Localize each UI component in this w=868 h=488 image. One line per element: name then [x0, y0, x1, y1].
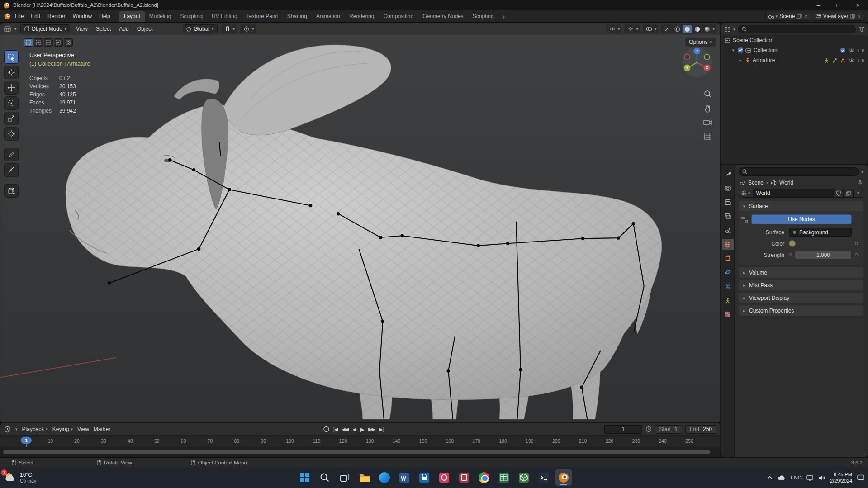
- fake-user-shield-icon[interactable]: [834, 189, 844, 198]
- cursor-tool[interactable]: [4, 66, 19, 79]
- current-frame-field[interactable]: 1: [604, 425, 642, 434]
- excel-icon[interactable]: [496, 469, 512, 486]
- tab-sculpting[interactable]: Sculpting: [176, 11, 207, 22]
- chevron-down-icon[interactable]: ▾: [14, 27, 17, 31]
- animate-decorator-icon[interactable]: [855, 242, 858, 245]
- clock-widget[interactable]: 6:45 PM 2/29/2024: [830, 471, 852, 484]
- minimize-button[interactable]: –: [808, 0, 828, 10]
- tab-scene-icon[interactable]: [722, 225, 734, 236]
- select-subtract-icon[interactable]: [44, 38, 53, 47]
- viewport-menu-select[interactable]: Select: [94, 24, 113, 33]
- blender-taskbar-icon[interactable]: [555, 469, 572, 486]
- options-dropdown[interactable]: Options ▾: [685, 38, 716, 47]
- auto-keyframe-icon[interactable]: [323, 426, 329, 432]
- tab-constraints-icon[interactable]: [722, 281, 734, 292]
- snap-controls[interactable]: ▾: [221, 24, 237, 33]
- blender-menu-logo-icon[interactable]: [4, 13, 11, 19]
- timeline-editor-icon[interactable]: [4, 426, 11, 433]
- file-explorer-icon[interactable]: [356, 469, 373, 486]
- select-intersect-icon[interactable]: [64, 38, 73, 47]
- tab-render-icon[interactable]: [722, 183, 734, 194]
- chevron-down-icon[interactable]: ▾: [733, 27, 735, 32]
- viewport-canvas[interactable]: User Perspective (1) Collection | Armatu…: [0, 35, 720, 422]
- start-button[interactable]: [297, 469, 313, 486]
- chevron-down-icon[interactable]: ▾: [233, 27, 235, 31]
- hide-in-viewport-eye-icon[interactable]: [849, 48, 855, 52]
- camera-view-icon[interactable]: [703, 119, 712, 126]
- surface-section-header[interactable]: ▾ Surface: [739, 201, 863, 211]
- menu-render[interactable]: Render: [44, 12, 69, 21]
- chevron-down-icon[interactable]: ▾: [618, 27, 620, 31]
- mode-dropdown[interactable]: Object Mode ▾: [20, 24, 71, 33]
- chevron-down-icon[interactable]: ▾: [636, 27, 638, 31]
- disable-in-renders-camera-icon[interactable]: [858, 48, 864, 52]
- disable-in-renders-camera-icon[interactable]: [858, 58, 864, 62]
- mist-pass-section-header[interactable]: ▸ Mist Pass: [739, 280, 863, 290]
- outliner-editor-icon[interactable]: [724, 26, 730, 32]
- checkbox-checked-icon[interactable]: [738, 47, 743, 53]
- tab-geometry-nodes[interactable]: Geometry Nodes: [418, 11, 468, 22]
- edge-icon[interactable]: [376, 469, 393, 486]
- proportional-edit-icon[interactable]: [242, 25, 251, 33]
- menu-help[interactable]: Help: [95, 12, 114, 21]
- breadcrumb-scene[interactable]: Scene: [748, 180, 764, 186]
- chevron-down-icon[interactable]: ▾: [252, 27, 254, 31]
- scene-selector[interactable]: ▾ Scene ×: [765, 12, 811, 21]
- frame-ruler[interactable]: 1 10 20 30 40 50 60 70 80 90 100 110 120…: [0, 435, 720, 447]
- toggle-ortho-icon[interactable]: [704, 132, 712, 140]
- add-workspace-button[interactable]: +: [498, 12, 509, 22]
- task-view-button[interactable]: [337, 469, 353, 486]
- zoom-icon[interactable]: [704, 90, 712, 98]
- play-reverse-icon[interactable]: ◀: [352, 426, 356, 432]
- jump-to-start-icon[interactable]: |◀: [333, 426, 337, 432]
- play-icon[interactable]: ▶: [360, 426, 364, 433]
- browse-world-dropdown[interactable]: ▾: [739, 189, 753, 198]
- gizmos-icon[interactable]: [626, 25, 635, 33]
- word-icon[interactable]: [396, 469, 413, 486]
- expand-icon[interactable]: ▾: [731, 48, 735, 52]
- transform-orientation-dropdown[interactable]: Global ▾: [183, 24, 217, 33]
- outliner-row-collection[interactable]: ▾ Collection: [721, 45, 868, 55]
- surface-shader-dropdown[interactable]: Background: [789, 228, 852, 237]
- show-hide-icon[interactable]: [608, 25, 617, 33]
- viewport-display-section-header[interactable]: ▸ Viewport Display: [739, 293, 863, 303]
- outliner-row-scene-collection[interactable]: Scene Collection: [721, 35, 868, 45]
- chevron-down-icon[interactable]: ▾: [861, 170, 863, 174]
- weather-widget[interactable]: 1 16°C Có mây: [4, 471, 36, 484]
- notification-center-icon[interactable]: [857, 474, 864, 481]
- language-indicator[interactable]: ENG: [791, 475, 802, 480]
- new-scene-icon[interactable]: [797, 14, 802, 19]
- visibility-toggles[interactable]: ▾: [606, 24, 622, 33]
- proportional-edit-controls[interactable]: ▾: [240, 24, 256, 33]
- tab-output-icon[interactable]: [722, 197, 734, 208]
- chevron-down-icon[interactable]: ▾: [712, 27, 715, 31]
- select-set-icon[interactable]: [24, 38, 33, 47]
- tab-modeling[interactable]: Modeling: [145, 11, 176, 22]
- tab-texture-paint[interactable]: Texture Paint: [242, 11, 283, 22]
- overlay-toggles[interactable]: ▾: [643, 24, 659, 33]
- tray-chevron-up-icon[interactable]: [767, 476, 773, 479]
- remove-view-layer-icon[interactable]: ×: [857, 14, 862, 19]
- gizmo-toggles[interactable]: ▾: [624, 24, 640, 33]
- transform-tool[interactable]: [4, 127, 19, 141]
- move-tool[interactable]: [4, 81, 19, 95]
- chevron-down-icon[interactable]: ▾: [655, 27, 657, 31]
- use-nodes-button[interactable]: Use Nodes: [751, 214, 852, 224]
- timeline-scrollbar[interactable]: [0, 447, 720, 457]
- tab-object-icon[interactable]: [722, 253, 734, 264]
- photos-icon[interactable]: [436, 469, 452, 486]
- office-app-icon[interactable]: [456, 469, 472, 486]
- select-invert-icon[interactable]: [54, 38, 63, 47]
- world-name-field[interactable]: World: [753, 189, 834, 198]
- volume-section-header[interactable]: ▸ Volume: [739, 267, 863, 278]
- jump-to-end-icon[interactable]: ▶|: [379, 426, 383, 432]
- shading-solid-icon[interactable]: [683, 25, 692, 33]
- onedrive-cloud-icon[interactable]: [778, 475, 786, 480]
- menu-window[interactable]: Window: [69, 12, 95, 21]
- close-button[interactable]: ×: [848, 0, 868, 10]
- chrome-icon[interactable]: [476, 469, 492, 486]
- unlink-world-icon[interactable]: ×: [854, 189, 863, 198]
- select-box-tool[interactable]: [4, 50, 19, 64]
- tab-uv-editing[interactable]: UV Editing: [207, 11, 242, 22]
- annotate-tool[interactable]: [4, 148, 19, 161]
